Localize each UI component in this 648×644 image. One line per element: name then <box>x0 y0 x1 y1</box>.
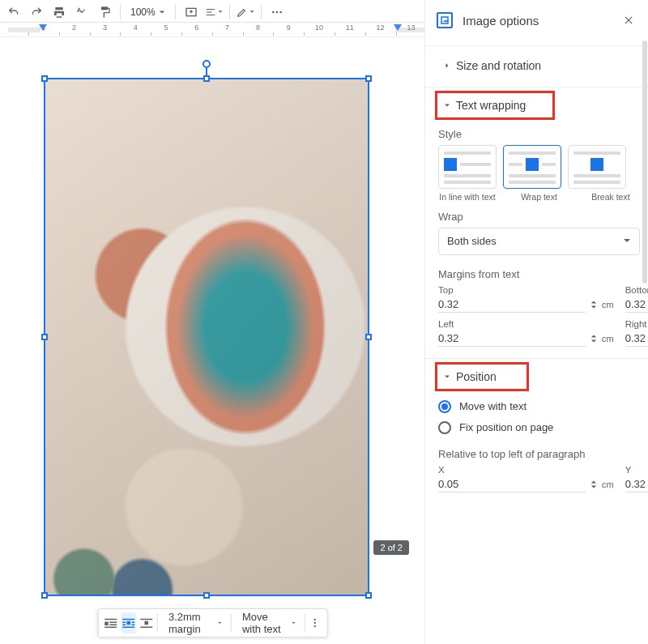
align-dropdown[interactable] <box>205 3 223 21</box>
ruler-tick-minor <box>335 32 335 36</box>
panel-header: Image options <box>425 0 648 41</box>
undo-button[interactable] <box>5 3 23 21</box>
ruler-tick-minor <box>151 32 151 36</box>
handle-nw[interactable] <box>41 75 48 82</box>
print-button[interactable] <box>50 3 68 21</box>
margin-top-stepper[interactable] <box>590 300 597 309</box>
svg-rect-11 <box>122 622 126 624</box>
document-area[interactable]: 2 of 2 3.2mm margin Move with text <box>0 37 425 644</box>
style-options <box>438 145 640 189</box>
svg-point-2 <box>275 11 278 13</box>
svg-rect-9 <box>122 619 134 621</box>
indent-marker-right[interactable] <box>394 24 402 30</box>
ruler-tick-minor <box>28 32 29 36</box>
image-options-panel: Image options Size and rotation Text wra… <box>425 0 648 644</box>
more-button[interactable] <box>268 3 286 21</box>
ruler-tick-minor <box>273 32 274 36</box>
redo-button[interactable] <box>28 3 45 21</box>
spellcheck-button[interactable] <box>73 3 91 21</box>
wrap-break-button[interactable] <box>139 612 153 633</box>
style-captions: In line with text Wrap text Break text <box>438 192 640 203</box>
handle-ne[interactable] <box>365 75 372 82</box>
ruler-tick: 5 <box>162 23 170 35</box>
handle-se[interactable] <box>365 592 372 599</box>
relative-heading: Relative to top left of paragraph <box>438 448 640 460</box>
y-input[interactable] <box>625 476 648 493</box>
float-more-button[interactable] <box>308 612 322 633</box>
image-options-icon <box>437 12 453 28</box>
position-move-with-text[interactable]: Move with text <box>438 396 640 417</box>
handle-s[interactable] <box>203 592 210 599</box>
separator <box>304 614 305 632</box>
margin-left-input[interactable] <box>438 331 586 347</box>
insert-image-button[interactable] <box>182 3 200 21</box>
ruler-tick: 8 <box>254 23 262 35</box>
svg-point-3 <box>279 11 282 13</box>
margins-heading: Margins from text <box>438 268 640 280</box>
svg-rect-16 <box>140 619 152 621</box>
zoom-value: 100% <box>130 6 156 18</box>
margin-left-stepper[interactable] <box>590 334 597 343</box>
svg-point-19 <box>314 619 316 621</box>
x-stepper[interactable] <box>590 480 597 489</box>
move-dropdown[interactable]: Move with text <box>234 611 301 635</box>
panel-scroll-thumb[interactable] <box>642 41 647 284</box>
style-break[interactable] <box>568 145 626 189</box>
style-inline[interactable] <box>438 145 497 189</box>
margin-dropdown[interactable]: 3.2mm margin <box>160 611 227 635</box>
inserted-image[interactable] <box>45 79 368 595</box>
section-position[interactable]: Position <box>435 362 529 391</box>
x-label: X <box>438 465 614 475</box>
margin-top-input[interactable] <box>438 296 586 313</box>
separator <box>156 614 157 632</box>
ruler-tick: 11 <box>346 23 354 35</box>
separator <box>230 614 231 632</box>
wrap-inline-button[interactable] <box>103 612 117 633</box>
ruler-tick-minor <box>90 32 91 36</box>
radio-icon <box>438 400 451 413</box>
ruler-tick: 9 <box>284 23 292 35</box>
margin-right-input[interactable] <box>625 331 648 347</box>
page-count-badge: 2 of 2 <box>373 540 409 555</box>
chevron-down-icon <box>438 372 456 382</box>
separator <box>261 5 262 19</box>
xy-grid: X cm Y cm <box>438 465 640 493</box>
wrap-heading: Wrap <box>438 211 640 223</box>
handle-e[interactable] <box>365 334 372 340</box>
chevron-down-icon <box>623 235 631 247</box>
x-input[interactable] <box>438 476 586 493</box>
ruler-tick-minor <box>212 32 213 36</box>
wrap-sides-select[interactable]: Both sides <box>438 228 640 255</box>
ruler-tick-minor <box>396 32 397 36</box>
section-text-wrapping[interactable]: Text wrapping <box>435 91 555 120</box>
position-fix-on-page[interactable]: Fix position on page <box>438 417 640 438</box>
svg-rect-7 <box>109 625 117 626</box>
rotation-handle[interactable] <box>202 60 211 68</box>
svg-point-20 <box>314 622 316 624</box>
zoom-dropdown[interactable]: 100% <box>127 6 168 18</box>
line-color-button[interactable] <box>237 3 254 21</box>
section-size-rotation[interactable]: Size and rotation <box>438 49 640 82</box>
handle-sw[interactable] <box>41 592 48 599</box>
margin-top-label: Top <box>438 285 614 295</box>
separator <box>175 5 176 19</box>
margins-grid: Top cm Bottom cm Left <box>438 285 640 347</box>
wrap-wraptext-button[interactable] <box>121 612 135 633</box>
ruler-tick: 2 <box>70 23 79 35</box>
margin-bottom-input[interactable] <box>625 296 648 313</box>
chevron-right-icon <box>438 61 456 70</box>
handle-w[interactable] <box>41 334 48 340</box>
ruler-tick: 3 <box>100 23 109 35</box>
ruler-margin-left <box>8 28 40 32</box>
ruler-tick-minor <box>365 32 366 36</box>
svg-rect-6 <box>109 622 117 624</box>
style-wrap[interactable] <box>503 145 561 189</box>
svg-rect-5 <box>104 622 109 626</box>
svg-point-1 <box>272 11 275 13</box>
handle-n[interactable] <box>203 75 210 82</box>
image-selection[interactable] <box>44 78 369 596</box>
paint-format-button[interactable] <box>96 3 113 21</box>
ruler-tick-minor <box>120 32 121 36</box>
close-panel-button[interactable] <box>620 12 637 28</box>
svg-rect-8 <box>104 627 117 629</box>
